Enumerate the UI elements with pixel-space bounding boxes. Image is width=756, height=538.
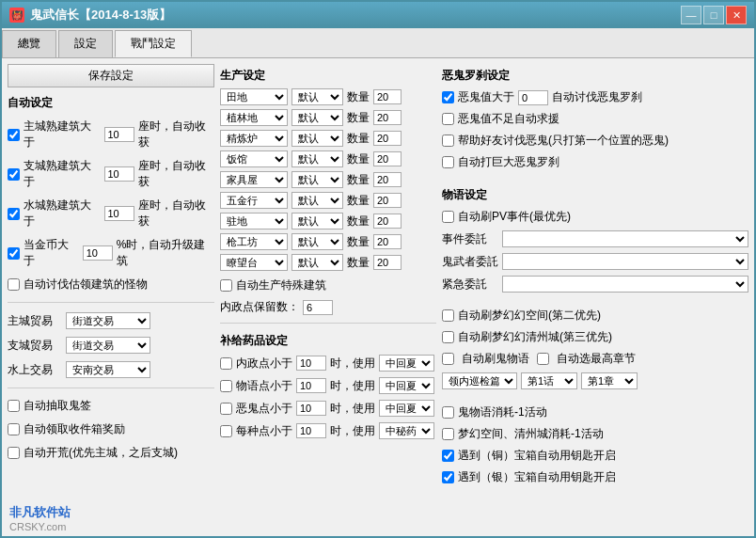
supp-input-0[interactable] — [296, 356, 326, 371]
auto2-checkbox-2[interactable] — [442, 353, 454, 365]
reserve-input[interactable] — [303, 300, 333, 315]
prod-count-8[interactable] — [373, 255, 402, 270]
demon-checkbox-2[interactable] — [442, 134, 454, 147]
demon-input-0[interactable] — [518, 90, 548, 105]
tab-settings[interactable]: 設定 — [58, 30, 113, 57]
auto-sign-checkbox[interactable] — [8, 400, 20, 412]
prod-type-7[interactable]: 枪工坊 — [220, 233, 288, 250]
supp-medicine-0[interactable]: 中回夏 — [379, 355, 434, 372]
prod-count-6[interactable] — [373, 214, 402, 229]
gold-input[interactable] — [83, 245, 113, 261]
prod-count-5[interactable] — [373, 193, 402, 208]
trade-select-2[interactable]: 街道交易 安南交易 — [66, 337, 150, 354]
prod-type-6[interactable]: 驻地 — [220, 213, 288, 229]
auto-inbox-checkbox[interactable] — [8, 423, 20, 435]
auto-inbox-row: 自动领取收件箱奖励 — [8, 421, 214, 437]
supp-input-2[interactable] — [296, 401, 326, 416]
trade-select-3[interactable]: 安南交易 街道交易 — [66, 361, 150, 378]
maximize-button[interactable]: □ — [703, 6, 724, 24]
auto-discuss-checkbox[interactable] — [8, 278, 20, 291]
trade-select-1[interactable]: 街道交易 安南交易 — [66, 312, 150, 329]
supp-medicine-2[interactable]: 中回夏 — [379, 400, 434, 417]
minimize-button[interactable]: — — [681, 6, 701, 24]
consume-checkbox-3[interactable] — [442, 471, 454, 483]
supp-checkbox-2[interactable] — [220, 403, 232, 415]
nav-select[interactable]: 领内巡检篇 — [442, 372, 517, 389]
auto-expand-row: 自动开荒(优先主城，之后支城) — [8, 445, 214, 461]
consume-row-2: 遇到（铜）宝箱自动用钥匙开启 — [442, 448, 748, 464]
gold-checkbox[interactable] — [8, 247, 20, 260]
auto-checkbox-3[interactable] — [8, 208, 20, 220]
demon-row-1: 恶鬼值不足自动求援 — [442, 111, 748, 127]
auto-checkbox-2[interactable] — [8, 168, 20, 181]
demon-checkbox-0[interactable] — [442, 91, 454, 103]
prod-count-1[interactable] — [373, 110, 402, 125]
supp-input-1[interactable] — [296, 378, 326, 393]
auto2-checkbox-1[interactable] — [442, 331, 454, 343]
supp-label-0: 内政点小于 — [236, 356, 292, 372]
prod-mode-0[interactable]: 默认 — [291, 88, 343, 105]
story-checkbox-0[interactable] — [442, 211, 454, 223]
consume-checkbox-1[interactable] — [442, 428, 454, 440]
demon-checkbox-1[interactable] — [442, 113, 454, 125]
supp-input-3[interactable] — [296, 423, 326, 438]
chapter-num-select[interactable]: 第1章 — [581, 372, 638, 389]
urgent-commission-row: 紧急委託 — [442, 276, 748, 293]
consume-checkbox-0[interactable] — [442, 406, 454, 419]
prod-type-4[interactable]: 家具屋 — [220, 171, 288, 188]
prod-mode-5[interactable]: 默认 — [291, 192, 343, 209]
demon-row-3: 自动打巨大恶鬼罗刹 — [442, 154, 748, 170]
auto-input-3[interactable] — [104, 206, 134, 221]
window-controls: — □ ✕ — [681, 6, 747, 24]
demon-checkbox-3[interactable] — [442, 156, 454, 168]
auto-row-3: 水城熟建筑大于 座时，自动收获 — [8, 198, 214, 229]
nav-row: 领内巡检篇 第1话 第1章 — [442, 372, 748, 389]
tab-battle[interactable]: 戰鬥設定 — [115, 30, 192, 57]
prod-mode-3[interactable]: 默认 — [291, 150, 343, 167]
urgent-commission-select[interactable] — [502, 276, 748, 293]
auto2-checkbox-0[interactable] — [442, 309, 454, 322]
chapter-select[interactable]: 第1话 — [521, 372, 577, 389]
prod-type-3[interactable]: 饭馆 — [220, 150, 288, 167]
prod-count-4[interactable] — [373, 172, 402, 187]
prod-count-2[interactable] — [373, 131, 402, 146]
tab-overview[interactable]: 總覽 — [2, 30, 56, 57]
prod-type-1[interactable]: 植林地 — [220, 109, 288, 126]
consume-checkbox-2[interactable] — [442, 450, 454, 462]
prod-mode-4[interactable]: 默认 — [291, 171, 343, 188]
prod-type-8[interactable]: 瞭望台 — [220, 254, 288, 271]
supp-medicine-1[interactable]: 中回夏 — [379, 377, 434, 394]
event-commission-select[interactable] — [502, 230, 748, 247]
auto-row-2: 支城熟建筑大于 座时，自动收获 — [8, 158, 214, 190]
prod-mode-2[interactable]: 默认 — [291, 130, 343, 147]
auto-checkbox-1[interactable] — [8, 129, 20, 141]
supp-checkbox-3[interactable] — [220, 425, 232, 437]
close-button[interactable]: ✕ — [726, 6, 747, 24]
prod-count-label-8: 数量 — [347, 255, 370, 271]
prod-type-5[interactable]: 五金行 — [220, 192, 288, 209]
auto-expand-checkbox[interactable] — [8, 447, 20, 459]
auto-special-checkbox[interactable] — [220, 279, 232, 292]
auto-input-1[interactable] — [104, 127, 134, 142]
prod-mode-8[interactable]: 默认 — [291, 254, 343, 271]
supp-checkbox-1[interactable] — [220, 380, 232, 392]
prod-mode-1[interactable]: 默认 — [291, 109, 343, 126]
left-panel: 保存設定 自动设定 主城熟建筑大于 座时，自动收获 支城熟建筑大于 座时，自动收… — [8, 64, 214, 483]
supp-checkbox-0[interactable] — [220, 357, 232, 370]
prod-type-2[interactable]: 精炼炉 — [220, 130, 288, 147]
supp-medicine-3[interactable]: 中秘药 — [379, 422, 434, 439]
demon-commission-row: 鬼武者委託 — [442, 253, 748, 270]
prod-mode-7[interactable]: 默认 — [291, 233, 343, 250]
auto2-label-2: 自动刷鬼物语 — [462, 351, 529, 367]
auto2-checkbox-3[interactable] — [537, 353, 549, 365]
save-button[interactable]: 保存設定 — [8, 64, 214, 87]
prod-count-7[interactable] — [373, 234, 402, 249]
prod-count-3[interactable] — [373, 151, 402, 166]
auto-suffix-2: 座时，自动收获 — [138, 158, 215, 190]
prod-count-0[interactable] — [373, 89, 402, 104]
demon-commission-select[interactable] — [502, 253, 748, 270]
auto-suffix-1: 座时，自动收获 — [138, 119, 215, 150]
auto-input-2[interactable] — [104, 166, 134, 182]
prod-type-0[interactable]: 田地 — [220, 88, 288, 105]
prod-mode-6[interactable]: 默认 — [291, 213, 343, 229]
